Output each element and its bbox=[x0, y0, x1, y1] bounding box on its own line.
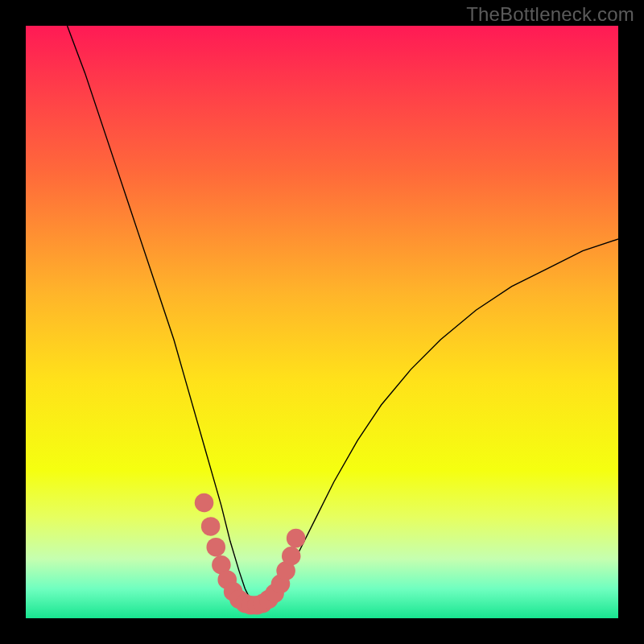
highlight-point bbox=[206, 538, 225, 557]
gradient-background bbox=[26, 26, 618, 618]
highlight-point bbox=[287, 529, 306, 548]
highlight-point bbox=[282, 547, 301, 566]
watermark-text: TheBottleneck.com bbox=[466, 3, 634, 26]
highlight-point bbox=[201, 517, 221, 536]
highlight-point bbox=[195, 493, 214, 513]
chart-frame: TheBottleneck.com bbox=[0, 0, 644, 644]
bottleneck-chart bbox=[26, 26, 618, 618]
plot-area bbox=[26, 26, 618, 618]
